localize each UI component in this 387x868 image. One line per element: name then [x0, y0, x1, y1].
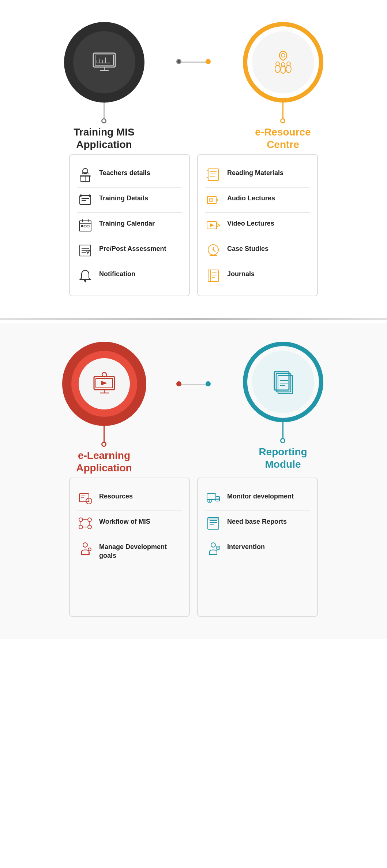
intervention-icon [205, 541, 221, 557]
reporting-circle-group: Reporting Module [208, 342, 358, 470]
training-mis-circle-group: Training MIS Application [29, 22, 179, 151]
section-divider [0, 318, 387, 320]
reporting-v-dot [280, 438, 285, 443]
resources-icon [77, 490, 93, 506]
svg-rect-39 [208, 169, 218, 181]
feature-item-audio: Audio Lectures [205, 188, 310, 213]
top-section: Training MIS Application [0, 0, 387, 315]
svg-point-17 [83, 168, 88, 174]
svg-point-25 [89, 194, 91, 197]
eresource-outer-circle [243, 22, 323, 103]
bottom-cards-row: Resources Workflow of MIS Manage Develop… [7, 474, 380, 628]
reporting-card: Monitor development Need base Reports In… [197, 478, 318, 617]
eresource-title: e-Resource Centre [255, 126, 311, 151]
svg-point-54 [213, 249, 214, 251]
left-v-connector [104, 103, 105, 121]
left-v-dot [101, 118, 106, 123]
elearning-circle-group: e-Learning Application [29, 342, 179, 474]
notification-icon [77, 268, 93, 284]
svg-point-82 [79, 525, 83, 529]
h-connector-left-dot [176, 59, 181, 64]
feature-item-assessment: Pre/Post Assessment [77, 238, 182, 263]
training-mis-outer-circle [64, 22, 144, 103]
needbase-reports-label: Need base Reports [227, 515, 287, 526]
h-connector-right-dot [206, 59, 211, 64]
svg-point-38 [84, 281, 86, 282]
feature-item-workflow: Workflow of MIS [77, 511, 182, 536]
svg-point-15 [286, 65, 291, 73]
elearning-outer-circle [62, 342, 146, 426]
assessment-label: Pre/Post Assessment [99, 242, 166, 253]
feature-item-training-details: Training Details [77, 188, 182, 213]
top-h-connector [179, 62, 208, 63]
notification-label: Notification [99, 268, 135, 278]
elearning-v-dot [101, 442, 106, 447]
feature-item-monitor: Monitor development [205, 486, 310, 511]
top-cards-row: Teachers details Training Details Traini… [7, 151, 380, 307]
resources-label: Resources [99, 490, 133, 501]
teacher-icon [77, 167, 93, 183]
feature-item-video: Video Lectures [205, 213, 310, 238]
elearning-v-connector [104, 426, 105, 444]
manage-label: Manage Development goals [99, 541, 182, 560]
svg-rect-1 [95, 55, 113, 65]
feature-item-needbase: Need base Reports [205, 511, 310, 536]
teachers-details-label: Teachers details [99, 167, 150, 177]
bottom-section: e-Learning Application [0, 323, 387, 639]
svg-point-13 [281, 66, 286, 73]
svg-rect-92 [216, 497, 219, 501]
eresource-icon [268, 48, 298, 77]
svg-rect-56 [208, 270, 218, 282]
feature-item-case: Case Studies [205, 238, 310, 263]
audio-lectures-icon [205, 192, 221, 208]
feature-item-journals: Journals [205, 263, 310, 288]
reporting-inner-circle [252, 351, 314, 413]
monitor-development-label: Monitor development [227, 490, 294, 501]
right-v-connector [282, 103, 283, 121]
svg-marker-49 [217, 223, 220, 227]
svg-point-89 [88, 548, 91, 551]
svg-point-88 [83, 543, 87, 547]
training-mis-card: Teachers details Training Details Traini… [69, 154, 190, 296]
training-calendar-icon [77, 217, 93, 233]
elearning-inner-circle [71, 351, 137, 417]
training-calendar-label: Training Calendar [99, 217, 155, 228]
page-wrapper: Training MIS Application [0, 0, 387, 639]
audio-lectures-label: Audio Lectures [227, 192, 275, 203]
training-mis-title: Training MIS Application [74, 126, 134, 151]
elearning-innermost-circle [79, 358, 130, 409]
bottom-h-left-dot [176, 381, 181, 386]
svg-rect-57 [208, 270, 210, 282]
feature-item-notification: Notification [77, 263, 182, 288]
training-mis-inner-circle [73, 31, 135, 93]
elearning-card: Resources Workflow of MIS Manage Develop… [69, 478, 190, 617]
video-lectures-icon [205, 217, 221, 233]
feature-item-teachers: Teachers details [77, 162, 182, 188]
reporting-v-connector [282, 422, 283, 441]
svg-rect-32 [87, 225, 89, 227]
training-details-label: Training Details [99, 192, 148, 203]
svg-rect-102 [208, 518, 219, 520]
feature-item-intervention: Intervention [205, 536, 310, 561]
svg-rect-30 [81, 225, 83, 227]
training-details-icon [77, 192, 93, 208]
needbase-icon [205, 515, 221, 531]
intervention-label: Intervention [227, 541, 265, 551]
training-mis-icon [90, 48, 119, 77]
workflow-icon [77, 515, 93, 531]
monitor-icon [205, 490, 221, 506]
svg-point-24 [80, 194, 82, 197]
svg-point-11 [275, 65, 280, 73]
svg-point-81 [88, 518, 91, 522]
svg-point-83 [88, 525, 91, 529]
svg-point-80 [79, 518, 83, 522]
svg-point-103 [211, 543, 215, 547]
svg-rect-74 [79, 494, 89, 502]
svg-rect-21 [80, 196, 91, 204]
reading-materials-icon [205, 167, 221, 183]
journals-label: Journals [227, 268, 255, 278]
assessment-icon [77, 242, 93, 259]
elearning-title: e-Learning Application [76, 449, 132, 474]
video-lectures-label: Video Lectures [227, 217, 274, 228]
svg-point-10 [281, 53, 285, 57]
